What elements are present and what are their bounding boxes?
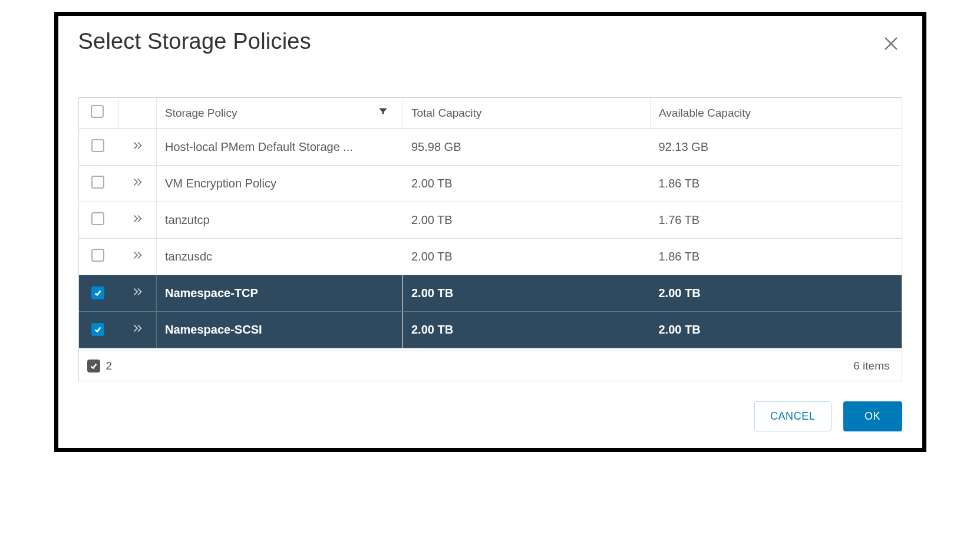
row-total-capacity: 2.00 TB bbox=[403, 202, 651, 238]
chevron-double-right-icon[interactable] bbox=[131, 324, 144, 337]
row-expand-cell[interactable] bbox=[119, 238, 157, 275]
dialog-actions: CANCEL OK bbox=[78, 401, 902, 431]
row-total-capacity: 2.00 TB bbox=[403, 275, 651, 311]
selected-count-checkbox[interactable] bbox=[87, 360, 100, 372]
row-checkbox-cell[interactable] bbox=[79, 202, 119, 238]
row-expand-cell[interactable] bbox=[119, 311, 157, 348]
header-select-all[interactable] bbox=[79, 98, 119, 128]
cancel-button[interactable]: CANCEL bbox=[754, 401, 831, 431]
dialog-frame: Select Storage Policies Storage Policy bbox=[54, 12, 926, 452]
ok-button[interactable]: OK bbox=[843, 401, 902, 431]
row-checkbox-cell[interactable] bbox=[79, 238, 119, 275]
header-storage-policy-label: Storage Policy bbox=[165, 107, 237, 120]
row-expand-cell[interactable] bbox=[119, 202, 157, 238]
row-available-capacity: 1.86 TB bbox=[651, 165, 902, 202]
row-checkbox-cell[interactable] bbox=[79, 275, 119, 311]
row-policy-name: Namespace-TCP bbox=[157, 275, 403, 311]
items-count-label: 6 items bbox=[853, 360, 889, 372]
chevron-double-right-icon[interactable] bbox=[131, 288, 144, 301]
row-available-capacity: 92.13 GB bbox=[651, 128, 902, 165]
row-checkbox[interactable] bbox=[91, 139, 104, 152]
row-available-capacity: 2.00 TB bbox=[651, 275, 902, 311]
chevron-double-right-icon[interactable] bbox=[131, 141, 144, 154]
table-footer: 2 6 items bbox=[79, 351, 902, 381]
row-policy-name: Namespace-SCSI bbox=[157, 311, 403, 348]
dialog-header: Select Storage Policies bbox=[78, 29, 902, 55]
row-checkbox-cell[interactable] bbox=[79, 128, 119, 165]
row-total-capacity: 2.00 TB bbox=[403, 311, 651, 348]
close-icon[interactable] bbox=[880, 32, 902, 55]
table-row[interactable]: Namespace-TCP2.00 TB2.00 TB bbox=[79, 275, 902, 311]
row-checkbox[interactable] bbox=[91, 249, 104, 262]
table-row[interactable]: Namespace-SCSI2.00 TB2.00 TB bbox=[79, 311, 902, 348]
row-policy-name: tanzusdc bbox=[157, 238, 403, 275]
header-expand bbox=[119, 98, 157, 128]
row-checkbox-cell[interactable] bbox=[79, 311, 119, 348]
row-policy-name: VM Encryption Policy bbox=[157, 165, 403, 202]
header-total-capacity-label: Total Capacity bbox=[411, 107, 481, 119]
row-checkbox[interactable] bbox=[91, 212, 104, 225]
row-expand-cell[interactable] bbox=[119, 128, 157, 165]
chevron-double-right-icon[interactable] bbox=[131, 251, 144, 264]
row-total-capacity: 2.00 TB bbox=[403, 238, 651, 275]
selected-count: 2 bbox=[106, 360, 113, 372]
filter-icon[interactable] bbox=[378, 106, 388, 120]
dialog-title: Select Storage Policies bbox=[78, 29, 311, 54]
row-checkbox[interactable] bbox=[91, 176, 104, 189]
row-policy-name: tanzutcp bbox=[157, 202, 403, 238]
header-total-capacity[interactable]: Total Capacity bbox=[403, 98, 651, 128]
row-total-capacity: 95.98 GB bbox=[403, 128, 651, 165]
row-available-capacity: 1.86 TB bbox=[651, 238, 902, 275]
header-available-capacity-label: Available Capacity bbox=[659, 107, 751, 119]
chevron-double-right-icon[interactable] bbox=[131, 178, 144, 191]
row-checkbox[interactable] bbox=[91, 323, 104, 336]
select-all-checkbox[interactable] bbox=[91, 105, 104, 118]
row-total-capacity: 2.00 TB bbox=[403, 165, 651, 202]
row-available-capacity: 2.00 TB bbox=[651, 311, 902, 348]
table-row[interactable]: Host-local PMem Default Storage ...95.98… bbox=[79, 128, 902, 165]
row-available-capacity: 1.76 TB bbox=[651, 202, 902, 238]
table-row[interactable]: VM Encryption Policy2.00 TB1.86 TB bbox=[79, 165, 902, 202]
header-storage-policy[interactable]: Storage Policy bbox=[157, 98, 403, 128]
row-checkbox-cell[interactable] bbox=[79, 165, 119, 202]
chevron-double-right-icon[interactable] bbox=[131, 215, 144, 228]
row-policy-name: Host-local PMem Default Storage ... bbox=[157, 128, 403, 165]
row-checkbox[interactable] bbox=[91, 286, 104, 299]
header-available-capacity[interactable]: Available Capacity bbox=[651, 98, 902, 128]
row-expand-cell[interactable] bbox=[119, 165, 157, 202]
table-row[interactable]: tanzutcp2.00 TB1.76 TB bbox=[79, 202, 902, 238]
table-row[interactable]: tanzusdc2.00 TB1.86 TB bbox=[79, 238, 902, 275]
row-expand-cell[interactable] bbox=[119, 275, 157, 311]
table-header-row: Storage Policy Total Capacity Available … bbox=[79, 98, 902, 128]
storage-policy-table: Storage Policy Total Capacity Available … bbox=[78, 97, 902, 381]
